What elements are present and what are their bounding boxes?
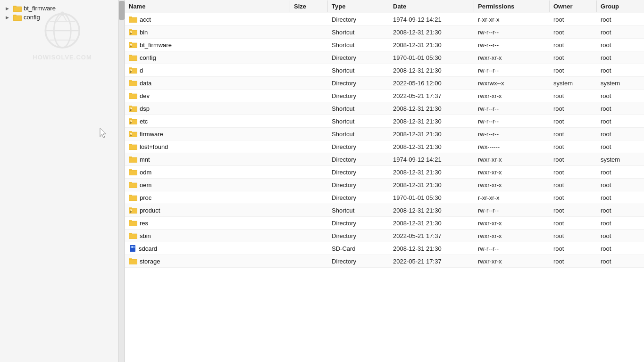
- table-row[interactable]: ↗ bt_firmware Shortcut 2008-12-31 21:30 …: [125, 39, 644, 51]
- shortcut-icon: ↗: [129, 207, 137, 214]
- table-row[interactable]: res Directory 2008-12-31 21:30 rwxr-xr-x…: [125, 217, 644, 230]
- table-row[interactable]: storage Directory 2022-05-21 17:37 rwxr-…: [125, 255, 644, 268]
- file-name: bt_firmware: [140, 41, 172, 49]
- file-name: dsp: [140, 105, 150, 112]
- file-name: lost+found: [140, 143, 168, 150]
- shortcut-icon: ↗: [129, 131, 137, 137]
- file-name: sdcard: [139, 245, 157, 252]
- folder-icon: [129, 169, 137, 175]
- file-name: sbin: [140, 232, 151, 239]
- file-type: Shortcut: [328, 40, 389, 50]
- table-row[interactable]: odm Directory 2008-12-31 21:30 rwxr-xr-x…: [125, 166, 644, 179]
- file-name-cell: ↗ product: [125, 206, 290, 215]
- file-type: Shortcut: [328, 104, 389, 114]
- file-type: SD-Card: [328, 244, 389, 254]
- table-row[interactable]: data Directory 2022-05-16 12:00 rwxrwx--…: [125, 77, 644, 90]
- file-owner: root: [550, 53, 597, 63]
- table-row[interactable]: sdcard SD-Card 2008-12-31 21:30 rw-r--r-…: [125, 242, 644, 255]
- file-permissions: rwxr-xr-x: [474, 218, 550, 228]
- col-header-type[interactable]: Type: [328, 0, 389, 12]
- col-header-date[interactable]: Date: [389, 0, 474, 12]
- file-size: [290, 107, 328, 110]
- col-header-name[interactable]: Name: [125, 0, 290, 12]
- file-date: 2008-12-31 21:30: [389, 218, 474, 228]
- folder-icon: [129, 156, 137, 163]
- table-row[interactable]: sbin Directory 2022-05-21 17:37 rwxr-xr-…: [125, 230, 644, 242]
- file-group: root: [597, 180, 644, 190]
- sidebar-scrollbar[interactable]: [118, 0, 125, 362]
- folder-icon: [129, 258, 137, 264]
- file-name-cell: ↗ d: [125, 66, 290, 75]
- table-row[interactable]: config Directory 1970-01-01 05:30 rwxr-x…: [125, 51, 644, 64]
- file-name: d: [140, 67, 143, 74]
- file-date: 1974-09-12 14:21: [389, 15, 474, 25]
- file-size: [290, 158, 328, 161]
- table-row[interactable]: mnt Directory 1974-09-12 14:21 rwxr-xr-x…: [125, 153, 644, 166]
- file-type: Shortcut: [328, 206, 389, 215]
- file-group: root: [597, 231, 644, 241]
- file-name-cell: ↗ bin: [125, 27, 290, 37]
- file-name: mnt: [140, 156, 150, 163]
- file-date: 2008-12-31 21:30: [389, 66, 474, 75]
- sidebar-scrollbar-thumb[interactable]: [119, 1, 125, 20]
- file-group: root: [597, 116, 644, 126]
- table-row[interactable]: ↗ firmware Shortcut 2008-12-31 21:30 rw-…: [125, 128, 644, 140]
- file-owner: root: [550, 155, 597, 165]
- file-date: 2022-05-16 12:00: [389, 78, 474, 88]
- watermark: HOWISOLVE.COM: [33, 9, 92, 61]
- shortcut-icon: ↗: [129, 41, 137, 48]
- file-name: storage: [140, 258, 160, 265]
- file-size: [290, 145, 328, 148]
- file-date: 2008-12-31 21:30: [389, 167, 474, 177]
- table-row[interactable]: acct Directory 1974-09-12 14:21 r-xr-xr-…: [125, 13, 644, 26]
- mouse-cursor: [99, 127, 109, 139]
- file-name: res: [140, 220, 148, 227]
- svg-rect-87: [134, 246, 134, 248]
- file-permissions: rw-r--r--: [474, 40, 550, 50]
- file-size: [290, 69, 328, 72]
- file-permissions: rwxr-xr-x: [474, 167, 550, 177]
- file-owner: root: [550, 15, 597, 25]
- file-name-cell: mnt: [125, 155, 290, 165]
- file-date: 2008-12-31 21:30: [389, 206, 474, 215]
- file-owner: root: [550, 167, 597, 177]
- file-owner: root: [550, 66, 597, 75]
- table-row[interactable]: ↗ dsp Shortcut 2008-12-31 21:30 rw-r--r-…: [125, 102, 644, 115]
- table-row[interactable]: proc Directory 1970-01-01 05:30 r-xr-xr-…: [125, 191, 644, 204]
- file-date: 1974-09-12 14:21: [389, 155, 474, 165]
- table-row[interactable]: lost+found Directory 2008-12-31 21:30 rw…: [125, 140, 644, 153]
- file-name: odm: [140, 169, 151, 176]
- file-owner: root: [550, 256, 597, 266]
- table-row[interactable]: ↗ product Shortcut 2008-12-31 21:30 rw-r…: [125, 204, 644, 217]
- file-permissions: rw-r--r--: [474, 27, 550, 37]
- file-name: product: [140, 207, 160, 214]
- file-owner: root: [550, 129, 597, 139]
- file-name-cell: ↗ dsp: [125, 104, 290, 114]
- file-size: [290, 171, 328, 173]
- file-name: bin: [140, 29, 148, 36]
- table-row[interactable]: oem Directory 2008-12-31 21:30 rwxr-xr-x…: [125, 179, 644, 191]
- file-owner: root: [550, 116, 597, 126]
- file-size: [290, 247, 328, 250]
- file-date: 2008-12-31 21:30: [389, 142, 474, 152]
- file-name: config: [140, 54, 156, 61]
- file-name-cell: data: [125, 78, 290, 88]
- table-row[interactable]: ↗ bin Shortcut 2008-12-31 21:30 rw-r--r-…: [125, 26, 644, 39]
- col-header-owner[interactable]: Owner: [550, 0, 597, 12]
- file-group: root: [597, 193, 644, 203]
- file-permissions: rw-r--r--: [474, 244, 550, 254]
- table-row[interactable]: dev Directory 2022-05-21 17:37 rwxr-xr-x…: [125, 90, 644, 102]
- col-header-group[interactable]: Group: [597, 0, 644, 12]
- file-size: [290, 209, 328, 212]
- col-header-size[interactable]: Size: [290, 0, 328, 12]
- table-row[interactable]: ↗ etc Shortcut 2008-12-31 21:30 rw-r--r-…: [125, 115, 644, 128]
- table-row[interactable]: ↗ d Shortcut 2008-12-31 21:30 rw-r--r-- …: [125, 64, 644, 77]
- file-date: 2022-05-21 17:37: [389, 231, 474, 241]
- folder-icon: [129, 16, 137, 23]
- file-owner: root: [550, 142, 597, 152]
- tree-arrow-icon: ▶: [6, 15, 12, 20]
- file-size: [290, 18, 328, 21]
- file-size: [290, 56, 328, 59]
- col-header-permissions[interactable]: Permissions: [474, 0, 550, 12]
- file-date: 1970-01-01 05:30: [389, 53, 474, 63]
